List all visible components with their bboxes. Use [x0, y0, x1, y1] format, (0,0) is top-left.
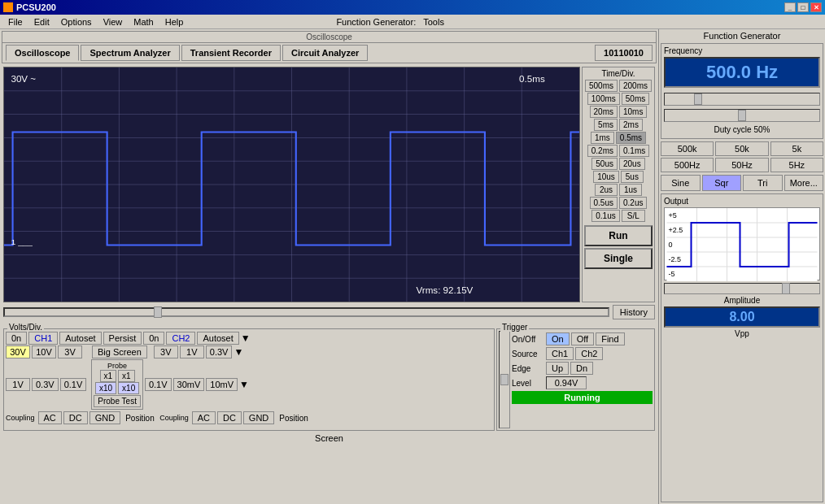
trig-level-input[interactable]: 0.94V	[546, 376, 587, 389]
big-screen-button[interactable]: Big Screen	[92, 345, 147, 358]
output-section: Output +5 +2.5	[661, 193, 823, 502]
menu-options[interactable]: Options	[56, 16, 97, 28]
trig-on-button[interactable]: On	[546, 332, 570, 345]
ch1-1v[interactable]: 1V	[6, 378, 30, 391]
minimize-button[interactable]: _	[784, 2, 796, 12]
history-button[interactable]: History	[613, 305, 655, 319]
td-0-5ms[interactable]: 0.5ms	[616, 132, 646, 144]
title-bar: PCSU200 _ □ ✕	[0, 0, 825, 15]
menu-math[interactable]: Math	[129, 16, 158, 28]
ch1-0-3v[interactable]: 0.3V	[32, 378, 59, 391]
td-50us[interactable]: 50us	[591, 158, 618, 170]
ch2-autoset-button[interactable]: Autoset	[197, 332, 238, 345]
trig-ch1-button[interactable]: Ch1	[546, 347, 574, 360]
tab-spectrum-analyzer[interactable]: Spectrum Analyzer	[81, 45, 179, 61]
ch1-persist-button[interactable]: Persist	[103, 332, 142, 345]
freq-5k[interactable]: 5k	[770, 141, 823, 156]
menu-edit[interactable]: Edit	[29, 16, 55, 28]
td-0-5us[interactable]: 0.5us	[590, 197, 618, 209]
trig-dn-button[interactable]: Dn	[570, 362, 593, 375]
ch2-coupling-ac[interactable]: AC	[192, 411, 216, 424]
close-button[interactable]: ✕	[810, 2, 822, 12]
ch2-coupling-gnd[interactable]: GND	[243, 411, 274, 424]
run-button[interactable]: Run	[584, 225, 653, 246]
single-button[interactable]: Single	[584, 248, 653, 269]
td-100ms[interactable]: 100ms	[587, 93, 620, 105]
td-500ms[interactable]: 500ms	[585, 80, 618, 92]
ch1-autoset-button[interactable]: Autoset	[59, 332, 101, 345]
scope-hscroll-track[interactable]	[3, 307, 609, 317]
volts-div-label: Volts/Div.	[7, 323, 44, 332]
ch2-on-button[interactable]: 0n	[143, 332, 164, 345]
ch1-30v[interactable]: 30V	[6, 345, 30, 358]
td-0-2ms[interactable]: 0.2ms	[587, 145, 618, 157]
probe-test-button[interactable]: Probe Test	[94, 395, 141, 407]
wave-more-button[interactable]: More...	[784, 175, 824, 191]
window-controls[interactable]: _ □ ✕	[784, 2, 822, 12]
td-5us[interactable]: 5us	[621, 171, 644, 183]
menu-file[interactable]: File	[3, 16, 28, 28]
tab-circuit-analyzer[interactable]: Circuit Analyzer	[282, 45, 368, 61]
td-1us[interactable]: 1us	[619, 184, 642, 196]
td-0-1ms[interactable]: 0.1ms	[619, 145, 649, 157]
ch2-30mv[interactable]: 30mV	[173, 378, 205, 391]
probe-x1-ch2[interactable]: x1	[118, 370, 135, 382]
amplitude-slider[interactable]	[664, 283, 820, 294]
freq-5hz[interactable]: 5Hz	[770, 158, 823, 172]
ch1-10v[interactable]: 10V	[32, 345, 56, 358]
td-10ms[interactable]: 10ms	[619, 106, 647, 118]
tab-code[interactable]: 10110010	[595, 45, 653, 61]
wave-tri-button[interactable]: Tri	[743, 175, 783, 191]
scope-hscroll-input[interactable]	[4, 308, 609, 316]
menu-view[interactable]: View	[98, 16, 128, 28]
freq-50k[interactable]: 50k	[715, 141, 768, 156]
trig-off-button[interactable]: Off	[571, 332, 594, 345]
tab-oscilloscope[interactable]: Oscilloscope	[6, 45, 79, 61]
wave-sqr-button[interactable]: Sqr	[702, 175, 742, 191]
freq-50hz[interactable]: 50Hz	[715, 158, 768, 172]
maximize-button[interactable]: □	[797, 2, 809, 12]
ch1-label-button[interactable]: CH1	[28, 332, 58, 345]
freq-500hz[interactable]: 500Hz	[661, 158, 714, 172]
td-200ms[interactable]: 200ms	[619, 80, 652, 92]
trigger-level-slider[interactable]	[499, 331, 510, 428]
probe-x1-ch1[interactable]: x1	[100, 370, 117, 382]
freq-500k[interactable]: 500k	[661, 141, 714, 156]
ch1-coupling-dc[interactable]: DC	[63, 411, 88, 424]
ch2-coupling-dc[interactable]: DC	[217, 411, 242, 424]
td-1ms[interactable]: 1ms	[591, 132, 614, 144]
td-0-1us[interactable]: 0.1us	[591, 210, 619, 222]
ch2-0-3v[interactable]: 0.3V	[206, 345, 233, 358]
td-20us[interactable]: 20us	[619, 158, 645, 170]
ch2-1v[interactable]: 1V	[180, 345, 204, 358]
td-5ms[interactable]: 5ms	[594, 119, 618, 131]
ch2-3v[interactable]: 3V	[154, 345, 178, 358]
td-2us[interactable]: 2us	[595, 184, 618, 196]
td-2ms[interactable]: 2ms	[619, 119, 643, 131]
ch2-arrow3: ▼	[239, 379, 249, 390]
trig-ch2-button[interactable]: Ch2	[575, 347, 603, 360]
ch1-0-1v[interactable]: 0.1V	[60, 378, 87, 391]
td-sl[interactable]: S/L	[622, 210, 645, 222]
trig-up-button[interactable]: Up	[546, 362, 569, 375]
output-waveform-svg: +5 +2.5 0 -2.5 -5	[665, 208, 819, 281]
td-0-2us[interactable]: 0.2us	[619, 197, 647, 209]
td-50ms[interactable]: 50ms	[622, 93, 649, 105]
ch1-coupling-gnd[interactable]: GND	[89, 411, 120, 424]
ch1-on-button[interactable]: 0n	[6, 332, 27, 345]
frequency-fine-slider[interactable]	[664, 109, 820, 122]
probe-x10-ch2[interactable]: x10	[118, 382, 139, 394]
ch2-label-button[interactable]: CH2	[166, 332, 195, 345]
frequency-coarse-slider[interactable]	[664, 93, 820, 106]
ch2-10mv[interactable]: 10mV	[206, 378, 238, 391]
ch1-coupling-ac[interactable]: AC	[38, 411, 62, 424]
ch2-0-1v[interactable]: 0.1V	[145, 378, 172, 391]
tab-transient-recorder[interactable]: Transient Recorder	[181, 45, 281, 61]
td-20ms[interactable]: 20ms	[590, 106, 618, 118]
wave-sine-button[interactable]: Sine	[661, 175, 701, 191]
trig-find-button[interactable]: Find	[596, 332, 624, 345]
menu-help[interactable]: Help	[160, 16, 189, 28]
ch1-3v[interactable]: 3V	[58, 345, 82, 358]
td-10us[interactable]: 10us	[593, 171, 619, 183]
probe-x10-ch1[interactable]: x10	[95, 382, 116, 394]
